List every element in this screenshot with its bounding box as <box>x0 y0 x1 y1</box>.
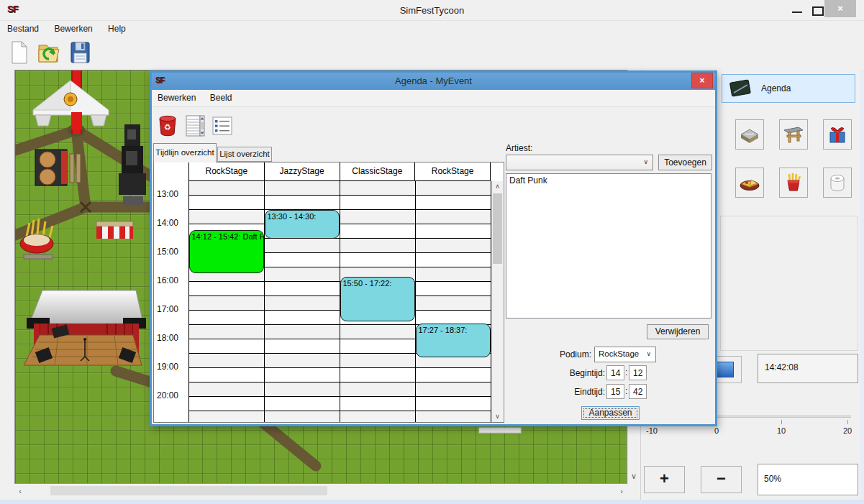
podium-combo-value: RockStage <box>599 349 639 358</box>
hidden-object-sliver <box>479 428 521 433</box>
scroll-left-icon[interactable]: ‹ <box>14 485 26 497</box>
schedule-event[interactable]: 15:50 - 17:22: <box>340 277 415 321</box>
build-button-road[interactable] <box>735 119 764 150</box>
svg-text:♻: ♻ <box>164 123 171 132</box>
slider-tick <box>847 420 848 424</box>
time-axis-label: 20:00 <box>157 390 178 400</box>
build-button-fries[interactable] <box>779 168 808 198</box>
time-axis-label: 14:00 <box>157 218 178 228</box>
list-view-button[interactable] <box>209 112 235 139</box>
toilet-paper-icon <box>826 171 849 194</box>
stage-column-header: RockStage <box>414 162 490 180</box>
agenda-dialog: SF Agenda - MyEvent × Bewerken Beeld ♻ <box>150 70 717 426</box>
agenda-button-label: Agenda <box>761 83 791 93</box>
zoom-out-button[interactable]: − <box>701 466 742 493</box>
simfesttycoon-app: { "window": { "logo": "SF", "title": "Si… <box>0 0 864 504</box>
new-file-button[interactable] <box>6 39 32 66</box>
menu-help[interactable]: Help <box>108 21 126 37</box>
schedule-event[interactable]: 13:30 - 14:30: <box>265 210 340 239</box>
dialog-titlebar[interactable]: SF Agenda - MyEvent <box>152 73 715 90</box>
dialog-close-button[interactable]: × <box>691 73 713 88</box>
schedule-grid-body[interactable]: ∧ ∨ 13:0014:0015:0016:0017:0018:0019:002… <box>154 181 504 422</box>
slider-tick-label: 20 <box>843 426 852 435</box>
grid-column-line <box>415 181 416 422</box>
time-axis-label: 13:00 <box>157 189 178 199</box>
grid-scroll-up-icon[interactable]: ∧ <box>492 181 503 192</box>
timeline-view-button[interactable] <box>182 112 208 139</box>
dialog-menu-beeld[interactable]: Beeld <box>210 90 232 106</box>
artist-listbox[interactable]: Daft Punk <box>506 173 711 319</box>
chevron-down-icon: ∨ <box>643 158 648 165</box>
tab-lijst-overzicht[interactable]: Lijst overzicht <box>217 147 272 162</box>
slider-tick-label: -10 <box>646 426 658 435</box>
time-axis-label: 18:00 <box>157 333 178 343</box>
save-icon <box>68 40 91 65</box>
burger-stand <box>35 150 81 185</box>
window-bottom-edge <box>0 500 864 504</box>
schedule-event[interactable]: 17:27 - 18:37: <box>416 324 491 357</box>
window-right-edge <box>860 70 864 500</box>
schedule-event[interactable]: 14:12 - 15:42: Daft Punk <box>189 230 264 273</box>
end-hour-field[interactable]: 15 <box>606 384 624 399</box>
play-pause-icon[interactable] <box>715 362 734 377</box>
remove-artist-button[interactable]: Verwijderen <box>647 324 709 339</box>
podium-combo[interactable]: RockStage ∨ <box>594 347 656 362</box>
grid-column-line <box>491 181 491 422</box>
build-button-pizza[interactable] <box>735 168 764 198</box>
delete-event-button[interactable]: ♻ <box>155 112 181 139</box>
pizza-icon <box>738 171 761 194</box>
stage-header-row: RockStageJazzyStageClassicStageRockStage <box>188 162 491 181</box>
time-axis-label: 16:00 <box>157 275 178 285</box>
main-stage <box>24 290 146 365</box>
main-menubar: Bestand Bewerken Help <box>0 20 864 37</box>
artist-combo[interactable]: ∨ <box>506 155 653 170</box>
scroll-down-icon[interactable]: ∨ <box>628 470 640 482</box>
tab-tijdlijn-overzicht[interactable]: Tijdlijn overzicht <box>153 143 217 162</box>
menu-bewerken[interactable]: Bewerken <box>54 21 92 37</box>
slider-tick <box>781 420 782 424</box>
scrollbar-thumb[interactable] <box>50 486 327 495</box>
time-axis-label: 15:00 <box>157 247 178 257</box>
end-minute-field[interactable]: 42 <box>629 384 647 399</box>
game-clock: 14:42:08 <box>758 354 858 383</box>
zoom-level-value: 50% <box>758 464 858 495</box>
artist-list-item[interactable]: Daft Punk <box>506 174 711 187</box>
schedule-grid[interactable]: RockStageJazzyStageClassicStageRockStage… <box>153 162 504 423</box>
open-file-button[interactable] <box>36 39 62 66</box>
entrance-tent <box>33 81 109 129</box>
info-groupbox <box>720 216 858 351</box>
maximize-icon[interactable] <box>812 6 824 16</box>
menu-bestand[interactable]: Bestand <box>7 21 39 37</box>
grid-scroll-down-icon[interactable]: ∨ <box>492 411 503 422</box>
dialog-menu-bewerken[interactable]: Bewerken <box>158 90 196 106</box>
apply-button[interactable]: Aanpassen <box>581 406 640 420</box>
list-view-icon <box>212 114 233 138</box>
map-horizontal-scrollbar[interactable]: ‹ › <box>14 485 627 497</box>
zoom-in-button[interactable]: + <box>644 466 685 493</box>
agenda-button[interactable]: Agenda <box>722 74 855 103</box>
end-time-separator: : <box>625 386 627 396</box>
speaker-tower <box>119 124 146 205</box>
begin-minute-field[interactable]: 12 <box>629 365 647 380</box>
minimize-button[interactable] <box>784 3 807 17</box>
close-button[interactable]: × <box>824 0 856 17</box>
build-button-toilet-paper[interactable] <box>823 168 852 198</box>
trash-icon: ♻ <box>157 114 178 138</box>
artist-label: Artiest: <box>506 143 532 153</box>
add-artist-button[interactable]: Toevoegen <box>658 155 712 170</box>
new-file-icon <box>7 40 30 65</box>
save-file-button[interactable] <box>67 39 93 66</box>
scroll-right-icon[interactable]: › <box>616 485 627 497</box>
striped-stall <box>96 221 133 239</box>
begin-hour-field[interactable]: 14 <box>606 365 624 380</box>
grid-vertical-scrollbar[interactable]: ∧ ∨ <box>491 181 503 422</box>
road-icon <box>738 123 761 146</box>
dialog-menubar: Bewerken Beeld <box>152 90 715 107</box>
agenda-book-icon <box>728 78 752 98</box>
gate-icon <box>782 123 805 146</box>
minimize-icon[interactable] <box>792 12 802 13</box>
build-button-gate[interactable] <box>779 119 808 150</box>
build-button-gift[interactable] <box>823 119 852 150</box>
grid-scrollbar-thumb[interactable] <box>493 193 502 264</box>
stage-column-header: RockStage <box>188 162 264 180</box>
